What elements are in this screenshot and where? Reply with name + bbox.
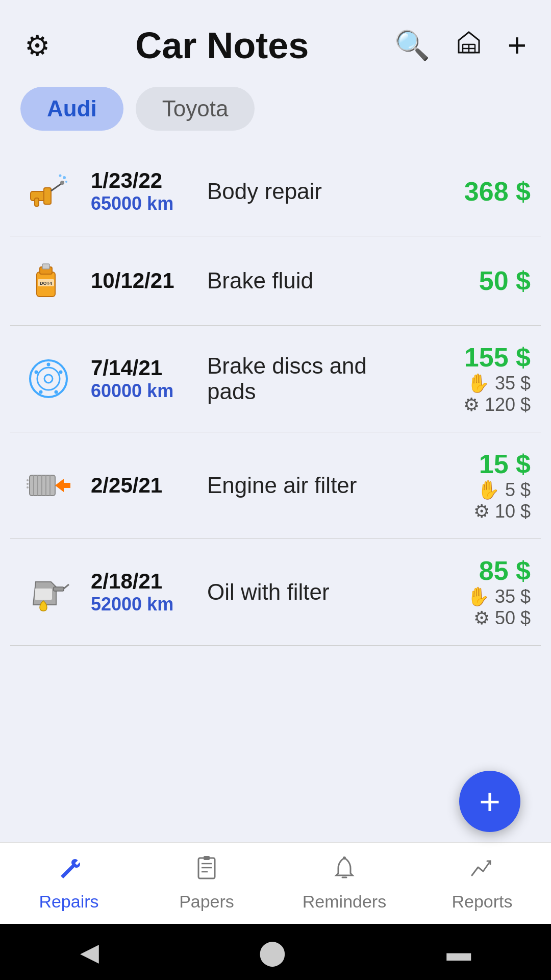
repair-item-3[interactable]: 7/14/21 60000 km Brake discs and pads 15… xyxy=(10,326,541,432)
repair-sub-parts-5: ⚙ 50 $ xyxy=(473,607,531,629)
repair-item-5[interactable]: 2/18/21 52000 km Oil with filter 85 $ ✋ … xyxy=(10,539,541,646)
tab-audi[interactable]: Audi xyxy=(20,87,123,131)
nav-label-repairs: Repairs xyxy=(39,892,98,912)
android-recent-button[interactable]: ▬ xyxy=(446,938,471,966)
repair-date-area-4: 2/25/21 xyxy=(91,473,193,498)
nav-item-repairs[interactable]: Repairs xyxy=(0,855,138,912)
android-back-button[interactable]: ◀ xyxy=(80,938,99,966)
repair-date-area-3: 7/14/21 60000 km xyxy=(91,356,193,402)
repair-sub-labor-3: ✋ 35 $ xyxy=(467,373,531,394)
repair-date-2: 10/12/21 xyxy=(91,268,193,293)
svg-point-19 xyxy=(47,363,51,366)
svg-point-22 xyxy=(39,390,43,394)
add-repair-icon: + xyxy=(479,780,500,822)
papers-icon xyxy=(193,855,220,888)
nav-label-reports: Reports xyxy=(452,892,512,912)
repair-price-5: 85 $ ✋ 35 $ ⚙ 50 $ xyxy=(429,555,531,629)
repair-sub-parts-4: ⚙ 10 $ xyxy=(473,501,531,522)
svg-point-44 xyxy=(343,856,346,860)
svg-point-23 xyxy=(35,371,38,374)
search-icon[interactable]: 🔍 xyxy=(394,29,430,62)
repair-total-2: 50 $ xyxy=(479,265,531,296)
repair-date-area-2: 10/12/21 xyxy=(91,268,193,293)
svg-point-18 xyxy=(44,375,53,383)
add-header-icon[interactable]: + xyxy=(508,27,527,64)
repair-desc-2: Brake fluid xyxy=(207,268,414,293)
svg-point-20 xyxy=(59,371,63,374)
svg-point-31 xyxy=(27,483,29,485)
nav-item-reminders[interactable]: Reminders xyxy=(276,855,413,912)
repair-sub-parts-3: ⚙ 120 $ xyxy=(463,394,531,415)
svg-point-8 xyxy=(59,175,62,177)
car-tabs: Audi Toyota xyxy=(0,79,551,147)
repair-desc-1: Body repair xyxy=(207,179,414,204)
android-home-button[interactable]: ⬤ xyxy=(259,938,286,966)
spray-icon xyxy=(20,163,77,219)
svg-marker-33 xyxy=(55,479,70,492)
repair-total-3: 155 $ xyxy=(464,342,531,373)
svg-line-36 xyxy=(63,584,69,589)
add-repair-button[interactable]: + xyxy=(459,771,520,832)
repair-price-4: 15 $ ✋ 5 $ ⚙ 10 $ xyxy=(429,449,531,522)
reminders-icon xyxy=(331,855,358,888)
fluid-icon: DOT4 xyxy=(20,253,77,309)
repair-sub-labor-5: ✋ 35 $ xyxy=(467,586,531,607)
repair-item-4[interactable]: 2/25/21 Engine air filter 15 $ ✋ 5 $ ⚙ 1… xyxy=(10,432,541,539)
svg-rect-42 xyxy=(204,856,210,860)
repair-date-5: 2/18/21 xyxy=(91,569,193,594)
repairs-icon xyxy=(56,855,82,888)
android-nav-bar: ◀ ⬤ ▬ xyxy=(0,924,551,980)
svg-point-7 xyxy=(63,176,66,179)
svg-point-21 xyxy=(55,390,58,394)
svg-point-32 xyxy=(27,486,29,488)
svg-point-17 xyxy=(37,368,60,390)
repair-total-4: 15 $ xyxy=(479,449,531,479)
header: ⚙ Car Notes 🔍 + xyxy=(0,0,551,79)
repair-km-3: 60000 km xyxy=(91,380,193,402)
repair-sub-labor-4: ✋ 5 $ xyxy=(477,479,531,501)
svg-point-9 xyxy=(65,181,67,183)
svg-line-5 xyxy=(51,184,61,191)
svg-rect-37 xyxy=(35,589,52,600)
repair-price-1: 368 $ xyxy=(429,176,531,207)
repair-total-1: 368 $ xyxy=(464,176,531,207)
header-actions: 🔍 + xyxy=(390,27,531,64)
repair-date-1: 1/23/22 xyxy=(91,168,193,193)
repair-date-area-5: 2/18/21 52000 km xyxy=(91,569,193,615)
repair-price-2: 50 $ xyxy=(429,265,531,296)
nav-item-papers[interactable]: Papers xyxy=(138,855,276,912)
settings-icon[interactable]: ⚙ xyxy=(24,29,50,62)
repair-km-5: 52000 km xyxy=(91,594,193,615)
svg-point-30 xyxy=(27,479,29,481)
tab-toyota[interactable]: Toyota xyxy=(136,87,255,131)
svg-rect-4 xyxy=(44,188,51,204)
repair-date-4: 2/25/21 xyxy=(91,473,193,498)
repair-total-5: 85 $ xyxy=(479,555,531,586)
air-filter-icon xyxy=(20,457,77,513)
bottom-nav: Repairs Papers Reminders xyxy=(0,842,551,924)
app-title: Car Notes xyxy=(54,24,390,66)
repair-desc-3: Brake discs and pads xyxy=(207,353,414,404)
repair-price-3: 155 $ ✋ 35 $ ⚙ 120 $ xyxy=(429,342,531,415)
svg-rect-10 xyxy=(35,198,39,206)
svg-rect-13 xyxy=(42,264,49,269)
nav-label-reminders: Reminders xyxy=(303,892,386,912)
svg-text:DOT4: DOT4 xyxy=(40,281,52,286)
repair-item-1[interactable]: 1/23/22 65000 km Body repair 368 $ xyxy=(10,147,541,236)
garage-icon[interactable] xyxy=(455,28,483,63)
svg-rect-35 xyxy=(54,587,64,591)
repair-item-2[interactable]: DOT4 10/12/21 Brake fluid 50 $ xyxy=(10,236,541,326)
svg-point-6 xyxy=(60,181,64,185)
oil-icon xyxy=(20,564,77,620)
reports-icon xyxy=(469,855,495,888)
repair-desc-4: Engine air filter xyxy=(207,473,414,498)
brake-disc-icon xyxy=(20,351,77,407)
repair-date-area-1: 1/23/22 65000 km xyxy=(91,168,193,214)
nav-item-reports[interactable]: Reports xyxy=(413,855,551,912)
repair-km-1: 65000 km xyxy=(91,193,193,214)
repair-desc-5: Oil with filter xyxy=(207,579,414,605)
repair-date-3: 7/14/21 xyxy=(91,356,193,380)
nav-label-papers: Papers xyxy=(179,892,234,912)
